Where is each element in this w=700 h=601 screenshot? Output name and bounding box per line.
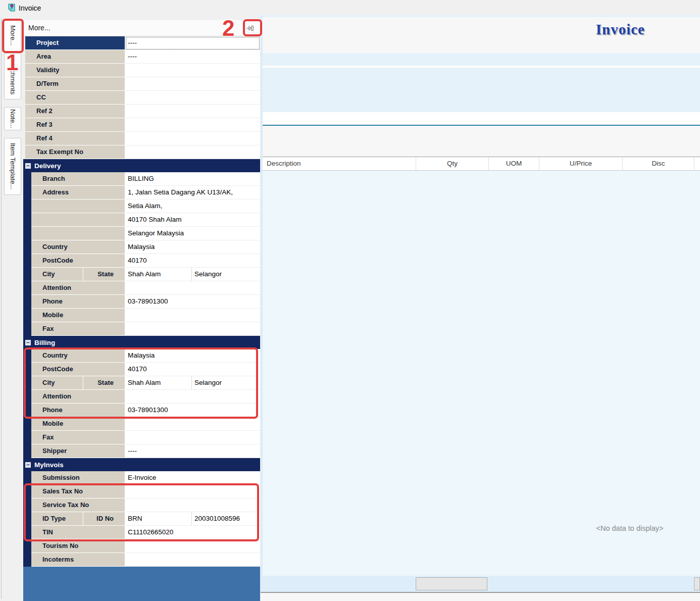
- field-value-service-tax-no[interactable]: [125, 498, 260, 512]
- invoice-more-panel: More... 2 Project----Area----ValidityD/T…: [23, 20, 260, 601]
- field-value-fax[interactable]: [125, 431, 260, 444]
- field-value-blank[interactable]: Setia Alam,: [125, 199, 260, 213]
- field-label-state: State: [83, 268, 125, 281]
- column-header-qty[interactable]: Qty: [416, 157, 489, 170]
- field-label-phone: Phone: [31, 404, 125, 417]
- field-label-project: Project: [25, 36, 125, 50]
- pin-icon[interactable]: [243, 22, 257, 35]
- field-value-ref-2[interactable]: [125, 105, 260, 118]
- field-value-country[interactable]: Malaysia: [125, 349, 260, 363]
- field-value-tin[interactable]: C11102665020: [125, 526, 260, 539]
- field-value-shipper[interactable]: ----: [125, 444, 260, 458]
- field-value-ref-4[interactable]: [125, 132, 260, 145]
- field-value-attention[interactable]: [125, 390, 260, 404]
- field-value-mobile[interactable]: [125, 417, 260, 431]
- field-value-tax-exempt-no[interactable]: [125, 145, 260, 159]
- field-value-city[interactable]: Shah Alam: [125, 268, 192, 281]
- field-value-postcode[interactable]: 40170: [125, 254, 260, 268]
- field-value-sales-tax-no[interactable]: [125, 485, 260, 498]
- side-tab-more[interactable]: More...: [4, 19, 21, 52]
- grid-row-selangor-malaysia: Selangor Malaysia: [23, 227, 260, 240]
- field-label-blank: [31, 213, 125, 227]
- field-value-cc[interactable]: [125, 91, 260, 105]
- grid-row-country: CountryMalaysia: [23, 240, 260, 254]
- field-label-blank: [31, 227, 125, 240]
- field-label-id-type: ID Type: [31, 512, 83, 526]
- more-panel-header[interactable]: More... 2: [23, 20, 260, 36]
- row-indent-strip: [23, 322, 31, 336]
- field-value-state[interactable]: Selangor: [192, 376, 260, 390]
- grid-row-tax-exempt-no: Tax Exempt No: [23, 145, 260, 159]
- side-tab-item-template[interactable]: Item Template...: [4, 138, 21, 195]
- column-header-description[interactable]: Description: [263, 157, 416, 170]
- collapse-icon[interactable]: −: [25, 462, 31, 468]
- side-tab-note[interactable]: Note...: [4, 107, 21, 130]
- side-tab-attachments[interactable]: Attachments: [4, 53, 21, 99]
- grid-row-ref-2: Ref 2: [23, 105, 260, 118]
- row-indent-strip: [23, 281, 31, 295]
- field-label-city: City: [31, 268, 83, 281]
- field-value-phone[interactable]: 03-78901300: [125, 295, 260, 309]
- grid-row-submission: SubmissionE-Invoice: [23, 471, 260, 485]
- field-value-mobile[interactable]: [125, 309, 260, 322]
- field-value-submission[interactable]: E-Invoice: [125, 471, 260, 485]
- field-value-area[interactable]: ----: [125, 50, 260, 64]
- row-indent-strip: [23, 172, 31, 186]
- field-value-incoterms[interactable]: [125, 553, 260, 567]
- grid-row-area: Area----: [23, 50, 260, 64]
- top-accent-band: [261, 15, 700, 17]
- field-value-tourism-no[interactable]: [125, 539, 260, 553]
- field-value-attention[interactable]: [125, 281, 260, 295]
- row-indent-strip: [23, 186, 31, 199]
- invoice-document-panel: Invoice DescriptionQtyUOMU/PriceDisc <No…: [261, 15, 700, 601]
- horizontal-scrollbar-thumb[interactable]: [416, 577, 487, 590]
- grid-row-shipper: Shipper----: [23, 444, 260, 458]
- field-value-state[interactable]: Selangor: [192, 268, 260, 281]
- column-header-uom[interactable]: UOM: [489, 157, 539, 170]
- field-value-id-type[interactable]: BRN: [125, 512, 192, 526]
- field-label-submission: Submission: [31, 471, 125, 485]
- scrollbar-corner-button[interactable]: [694, 577, 700, 590]
- field-label-state: State: [83, 376, 125, 390]
- field-value-d-term[interactable]: [125, 77, 260, 91]
- row-indent-strip: [23, 498, 31, 512]
- section-label: Billing: [34, 339, 55, 346]
- grid-row-city: CityStateShah AlamSelangor: [23, 376, 260, 390]
- grid-row-phone: Phone03-78901300: [23, 295, 260, 309]
- field-value-project[interactable]: ----: [125, 36, 260, 50]
- field-value-address[interactable]: 1, Jalan Setia Dagang AK U13/AK,: [125, 186, 260, 199]
- bottom-strip: [261, 593, 700, 601]
- column-header-disc[interactable]: Disc: [623, 157, 694, 170]
- invoice-document-icon: [7, 3, 16, 14]
- field-value-fax[interactable]: [125, 322, 260, 336]
- field-value-phone[interactable]: 03-78901300: [125, 404, 260, 417]
- column-header-u-price[interactable]: U/Price: [539, 157, 623, 170]
- field-label-area: Area: [25, 50, 125, 64]
- field-value-branch[interactable]: BILLING: [125, 172, 260, 186]
- field-label-postcode: PostCode: [31, 254, 125, 268]
- field-value-validity[interactable]: [125, 64, 260, 77]
- more-panel-title: More...: [28, 24, 51, 32]
- collapse-icon[interactable]: −: [25, 163, 31, 169]
- grid-row-attention: Attention: [23, 281, 260, 295]
- grid-row-sales-tax-no: Sales Tax No: [23, 485, 260, 498]
- grid-row-postcode: PostCode40170: [23, 363, 260, 376]
- field-value-id-no[interactable]: 200301008596: [192, 512, 260, 526]
- section-header-billing: −Billing: [23, 336, 260, 349]
- field-label-cc: CC: [25, 91, 125, 105]
- field-value-blank[interactable]: 40170 Shah Alam: [125, 213, 260, 227]
- collapse-icon[interactable]: −: [25, 340, 31, 345]
- field-value-ref-3[interactable]: [125, 118, 260, 132]
- field-value-postcode[interactable]: 40170: [125, 363, 260, 376]
- grid-row-id-type: ID TypeID NoBRN200301008596: [23, 512, 260, 526]
- field-label-validity: Validity: [25, 64, 125, 77]
- field-value-blank[interactable]: Selangor Malaysia: [125, 227, 260, 240]
- field-label-branch: Branch: [31, 172, 125, 186]
- row-indent-strip: [23, 444, 31, 458]
- property-grid: Project----Area----ValidityD/TermCCRef 2…: [23, 36, 260, 567]
- field-value-country[interactable]: Malaysia: [125, 240, 260, 254]
- grid-row-fax: Fax: [23, 431, 260, 444]
- field-value-city[interactable]: Shah Alam: [125, 376, 192, 390]
- field-label-tin: TIN: [31, 526, 125, 539]
- horizontal-scrollbar-track[interactable]: [261, 576, 700, 592]
